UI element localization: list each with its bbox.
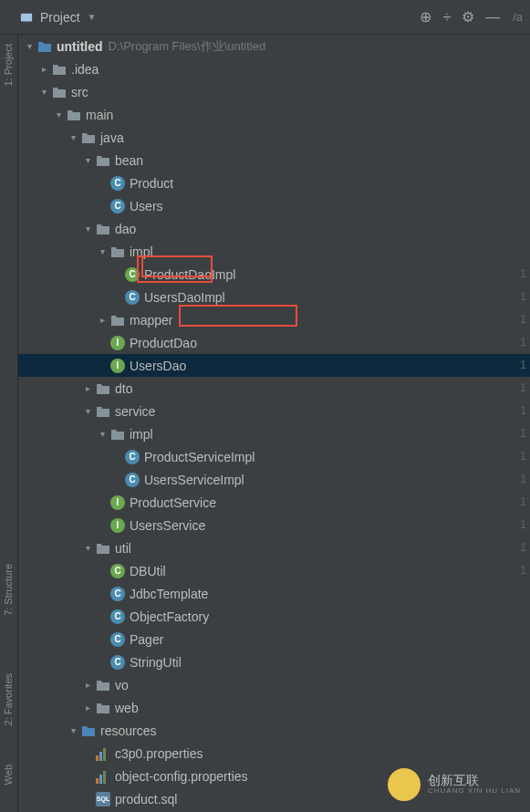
tree-item[interactable]: ▸dto <box>18 377 530 400</box>
chevron-down-icon[interactable]: ▾ <box>36 85 51 99</box>
side-tab-structure[interactable]: 7: Structure <box>3 564 14 616</box>
tree-item[interactable]: ▸vo <box>18 673 530 696</box>
tree-item-label: Pager <box>130 632 163 647</box>
hide-icon[interactable]: — <box>485 9 500 26</box>
tree-item[interactable]: ▸web <box>18 696 530 719</box>
properties-icon <box>95 768 111 785</box>
tree-item[interactable]: IProductDao <box>18 331 530 354</box>
folder-icon <box>66 107 82 123</box>
tree-item-label: dto <box>115 381 132 396</box>
tree-item[interactable]: CDBUtil <box>18 559 530 582</box>
tree-item[interactable]: ▾impl <box>18 422 530 445</box>
class-icon: C <box>124 266 140 283</box>
side-tab-favorites[interactable]: 2: Favorites <box>3 673 14 725</box>
tree-item-label: product.sql <box>115 792 177 807</box>
tree-item-label: ProductServiceImpl <box>144 450 255 464</box>
svg-rect-0 <box>21 13 32 21</box>
tree-item[interactable]: ▾util <box>18 536 530 559</box>
watermark-text: 创新互联 <box>428 774 521 787</box>
tree-item[interactable]: ▾dao <box>18 217 530 240</box>
folder-icon <box>95 677 111 693</box>
chevron-down-icon[interactable]: ▾ <box>66 130 80 145</box>
chevron-down-icon[interactable]: ▼ <box>88 12 97 22</box>
tree-item-label: UsersDao <box>130 359 186 373</box>
project-title[interactable]: Project <box>40 10 80 25</box>
tree-item-label: UsersService <box>130 518 205 533</box>
tree-item[interactable]: CStringUtil <box>18 651 530 673</box>
tree-item[interactable]: ▾impl <box>18 240 530 263</box>
chevron-down-icon[interactable]: ▾ <box>80 153 95 168</box>
tree-item[interactable]: CProduct <box>18 172 530 194</box>
folder-icon <box>95 221 111 237</box>
chevron-right-icon[interactable]: ▸ <box>80 701 95 715</box>
tree-item-label: main <box>86 108 113 122</box>
tree-item-label: service <box>115 404 155 419</box>
target-icon[interactable]: ⊕ <box>420 8 431 26</box>
tree-item-label: untitled <box>57 39 103 54</box>
chevron-down-icon[interactable]: ▾ <box>80 404 95 419</box>
tree-item[interactable]: ▾java <box>18 126 530 149</box>
tree-item[interactable]: IUsersDao <box>18 354 530 377</box>
tree-item[interactable]: CUsersServiceImpl <box>18 468 530 491</box>
tree-item[interactable]: CUsers <box>18 194 530 217</box>
class-icon: C <box>124 289 140 306</box>
chevron-down-icon[interactable]: ▾ <box>95 427 109 442</box>
tree-item-label: web <box>115 701 139 715</box>
tree-item[interactable]: CProductDaoImpl <box>18 263 530 286</box>
line-number: 1 <box>512 400 526 422</box>
chevron-right-icon[interactable]: ▸ <box>95 313 109 328</box>
chevron-right-icon[interactable]: ▸ <box>80 381 95 396</box>
tree-item-label: ProductDaoImpl <box>144 267 235 282</box>
tree-item[interactable]: ▸.idea <box>18 57 530 80</box>
tree-item-label: c3p0.properties <box>115 746 203 761</box>
project-icon <box>20 11 33 24</box>
side-tab-web[interactable]: Web <box>3 765 14 785</box>
line-number: 1 <box>512 308 526 331</box>
tree-item[interactable]: IUsersService <box>18 514 530 536</box>
tree-item-label: .idea <box>71 62 99 77</box>
chevron-down-icon[interactable]: ▾ <box>80 541 95 556</box>
chevron-down-icon[interactable]: ▾ <box>95 245 109 259</box>
chevron-down-icon[interactable]: ▾ <box>51 108 66 122</box>
chevron-down-icon[interactable]: ▾ <box>22 39 36 54</box>
class-icon: C <box>109 175 126 192</box>
side-tabs: 1: Project 7: Structure 2: Favorites Web <box>0 35 18 812</box>
tree-item[interactable]: ▾service <box>18 400 530 422</box>
line-number: 1 <box>512 514 526 536</box>
interface-icon: I <box>109 517 126 534</box>
tree-item-label: object-config.properties <box>115 769 248 784</box>
tree-item-label: resources <box>100 724 156 738</box>
tree-item[interactable]: CPager <box>18 628 530 651</box>
tree-item[interactable]: CObjectFactory <box>18 605 530 628</box>
tree-item[interactable]: ▾src <box>18 80 530 103</box>
class-icon: C <box>109 198 126 214</box>
tree-item[interactable]: ▾resources <box>18 719 530 742</box>
tree-item[interactable]: ▾main <box>18 103 530 126</box>
toolbar: Project ▼ ⊕ ÷ ⚙ — /a <box>0 0 530 35</box>
tree-item[interactable]: CJdbcTemplate <box>18 582 530 605</box>
tree-item[interactable]: CProductServiceImpl <box>18 445 530 468</box>
tree-item[interactable]: CUsersDaoImpl <box>18 286 530 308</box>
chevron-down-icon[interactable]: ▾ <box>80 222 95 236</box>
tree-item[interactable]: ▸mapper <box>18 308 530 331</box>
tree-item-label: Users <box>130 199 163 213</box>
class-icon: C <box>109 631 126 648</box>
class-icon: C <box>109 586 126 602</box>
chevron-right-icon[interactable]: ▸ <box>36 62 51 77</box>
tree-item[interactable]: ▾untitledD:\Program Files\作业\untitled <box>18 35 530 57</box>
tree-item[interactable]: c3p0.properties <box>18 742 530 765</box>
class-icon: C <box>109 654 126 671</box>
collapse-icon[interactable]: ÷ <box>442 9 451 26</box>
chevron-down-icon[interactable]: ▾ <box>66 724 80 738</box>
side-tab-project[interactable]: 1: Project <box>3 44 14 86</box>
interface-icon: I <box>109 494 126 511</box>
project-tree[interactable]: ▾untitledD:\Program Files\作业\untitled▸.i… <box>18 35 530 812</box>
watermark-logo-icon <box>388 768 421 801</box>
gear-icon[interactable]: ⚙ <box>462 8 474 26</box>
folder-icon <box>80 723 97 739</box>
tree-item[interactable]: IProductService <box>18 491 530 514</box>
tree-item[interactable]: ▾bean <box>18 149 530 172</box>
line-number: 1 <box>512 354 526 377</box>
tree-item-label: StringUtil <box>130 655 182 670</box>
chevron-right-icon[interactable]: ▸ <box>80 678 95 692</box>
